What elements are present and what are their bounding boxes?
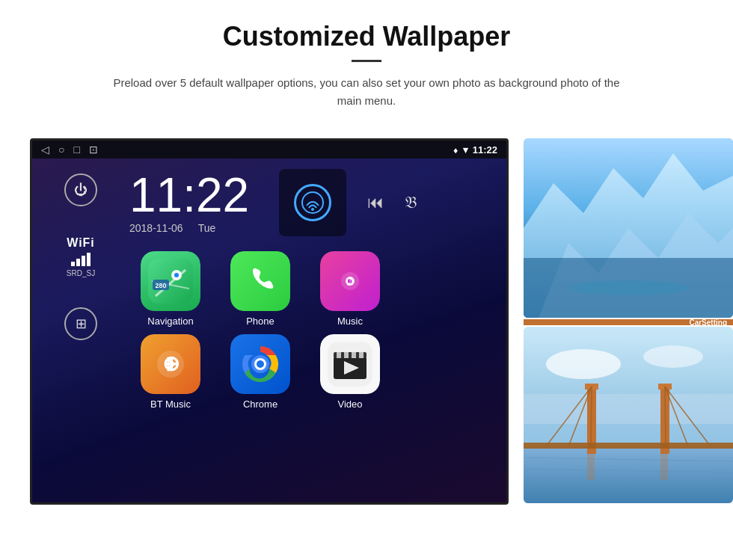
nav-map-svg: 280	[148, 259, 193, 304]
svg-rect-36	[524, 446, 733, 503]
app-navigation-label: Navigation	[147, 316, 193, 327]
bt-icon-svg: ⊕	[152, 345, 189, 383]
page-wrapper: Customized Wallpaper Preload over 5 defa…	[0, 0, 733, 520]
wifi-label: WiFi	[67, 236, 95, 250]
svg-point-33	[546, 349, 621, 379]
svg-text:⊕: ⊕	[162, 352, 180, 375]
android-screen: ◁ ○ □ ⊡ ⬧ ▾ 11:22 ⏻ WiFi	[30, 138, 509, 505]
media-widget	[279, 169, 346, 236]
wifi-bars	[71, 253, 91, 266]
status-right: ⬧ ▾ 11:22	[453, 144, 497, 156]
photo-panels: CarSetting	[524, 138, 733, 503]
app-chrome-label: Chrome	[243, 399, 277, 410]
status-bar: ◁ ○ □ ⊡ ⬧ ▾ 11:22	[32, 141, 506, 159]
home-nav-icon[interactable]: ○	[58, 144, 64, 156]
wifi-bar-3	[82, 256, 85, 266]
svg-point-1	[311, 208, 314, 211]
bridge-svg	[524, 327, 733, 503]
svg-rect-23	[344, 352, 349, 358]
wifi-block: WiFi SRD_SJ	[67, 236, 95, 277]
media-icon	[294, 184, 331, 221]
app-music[interactable]: ♪ Music	[309, 251, 391, 327]
video-icon-svg	[328, 342, 372, 387]
photo-ice-top	[524, 138, 733, 318]
chrome-icon-svg	[238, 342, 283, 387]
photo-ice-bg	[524, 138, 733, 318]
svg-point-18	[257, 360, 264, 368]
app-phone[interactable]: Phone	[219, 251, 301, 327]
bluetooth-indicator: 𝔅	[405, 193, 417, 212]
wifi-bar-2	[76, 259, 80, 266]
clock-section: 11:22 2018-11-06 Tue	[129, 159, 506, 244]
chrome-icon-bg	[230, 334, 290, 394]
svg-rect-24	[352, 352, 356, 358]
page-header: Customized Wallpaper Preload over 5 defa…	[0, 0, 733, 123]
wifi-status-icon: ▾	[463, 144, 468, 156]
svg-line-45	[591, 387, 592, 446]
clock-block: 11:22 2018-11-06 Tue	[129, 171, 249, 234]
carsetting-strip-label: CarSetting	[689, 319, 727, 327]
screen-body: ⏻ WiFi SRD_SJ ⊞	[32, 159, 506, 502]
svg-rect-50	[587, 450, 595, 480]
app-video-label: Video	[337, 399, 362, 410]
app-bt-music-label: BT Music	[150, 399, 191, 410]
wifi-ssid: SRD_SJ	[67, 269, 95, 277]
svg-rect-49	[524, 443, 733, 449]
media-signal-svg	[299, 189, 326, 216]
music-icon-svg: ♪	[332, 263, 368, 299]
wifi-bar-4	[87, 253, 91, 266]
svg-line-48	[665, 387, 666, 446]
screenshot-nav-icon[interactable]: ⊡	[89, 144, 98, 156]
clock-date-value: 2018-11-06	[129, 222, 183, 234]
skip-prev-button[interactable]: ⏮	[367, 193, 384, 212]
bt-icon-bg: ⊕	[141, 334, 200, 394]
app-music-label: Music	[337, 316, 363, 327]
recents-nav-icon[interactable]: □	[73, 144, 79, 156]
video-icon-bg	[320, 334, 380, 394]
content-area: ◁ ○ □ ⊡ ⬧ ▾ 11:22 ⏻ WiFi	[0, 123, 733, 520]
status-left: ◁ ○ □ ⊡	[41, 144, 98, 156]
nav-map-bg: 280	[141, 251, 200, 311]
svg-rect-35	[524, 394, 733, 424]
app-video[interactable]: Video	[309, 334, 391, 410]
power-button[interactable]: ⏻	[64, 173, 97, 206]
app-bt-music[interactable]: ⊕ BT Music	[129, 334, 212, 410]
apps-grid-button[interactable]: ⊞	[64, 307, 97, 340]
svg-point-34	[643, 345, 703, 368]
title-divider	[352, 60, 381, 62]
status-time: 11:22	[473, 144, 497, 156]
svg-point-31	[568, 280, 688, 295]
svg-rect-22	[337, 352, 341, 358]
phone-icon-bg	[230, 251, 290, 311]
clock-date: 2018-11-06 Tue	[129, 222, 215, 234]
main-area: 11:22 2018-11-06 Tue	[129, 159, 506, 502]
app-chrome[interactable]: Chrome	[219, 334, 301, 410]
wifi-bar-1	[71, 262, 75, 266]
carsetting-strip: CarSetting	[524, 319, 733, 325]
music-icon-bg: ♪	[320, 251, 380, 311]
phone-icon-svg	[244, 265, 277, 298]
left-sidebar: ⏻ WiFi SRD_SJ ⊞	[32, 159, 129, 502]
clock-day: Tue	[198, 222, 216, 234]
svg-rect-51	[660, 450, 668, 480]
svg-text:♪: ♪	[346, 271, 355, 289]
clock-time: 11:22	[129, 171, 249, 219]
back-nav-icon[interactable]: ◁	[41, 144, 49, 156]
svg-rect-25	[359, 352, 364, 358]
photo-bridge-bottom	[524, 327, 733, 503]
svg-text:280: 280	[155, 282, 166, 289]
page-title: Customized Wallpaper	[60, 21, 673, 52]
app-grid: 280 Navigation	[129, 244, 506, 417]
ice-svg	[524, 138, 733, 318]
app-navigation[interactable]: 280 Navigation	[129, 251, 212, 327]
app-phone-label: Phone	[246, 316, 275, 327]
location-icon: ⬧	[453, 144, 458, 156]
page-subtitle: Preload over 5 default wallpaper options…	[105, 74, 628, 110]
svg-point-6	[174, 273, 179, 277]
